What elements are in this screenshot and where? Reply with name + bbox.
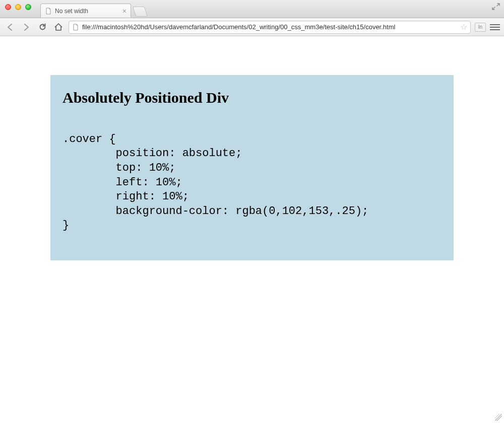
expand-icon[interactable] <box>492 3 500 10</box>
back-button[interactable] <box>4 21 16 33</box>
page-viewport: Absolutely Positioned Div .cover { posit… <box>0 36 504 423</box>
page-icon <box>72 24 79 31</box>
extension-badge[interactable]: In <box>475 23 486 32</box>
address-bar[interactable]: file:///macintosh%20hd/Users/davemcfarla… <box>69 21 471 34</box>
menu-button[interactable] <box>490 24 500 30</box>
cover-box: Absolutely Positioned Div .cover { posit… <box>50 75 454 260</box>
window-controls <box>5 4 31 10</box>
tab-title: No set width <box>55 8 88 15</box>
home-button[interactable] <box>52 21 65 33</box>
page-heading: Absolutely Positioned Div <box>62 89 442 106</box>
zoom-window-button[interactable] <box>25 4 31 10</box>
reload-button[interactable] <box>36 21 48 33</box>
page-icon <box>45 8 52 15</box>
titlebar: No set width × <box>0 0 504 18</box>
close-window-button[interactable] <box>5 4 11 10</box>
forward-button[interactable] <box>20 21 32 33</box>
bookmark-star-icon[interactable]: ☆ <box>460 22 467 32</box>
minimize-window-button[interactable] <box>15 4 21 10</box>
code-block: .cover { position: absolute; top: 10%; l… <box>62 132 442 233</box>
url-text: file:///macintosh%20hd/Users/davemcfarla… <box>82 23 457 31</box>
browser-window: No set width × file:///macintosh%20hd/Us… <box>0 0 504 423</box>
new-tab-button[interactable] <box>133 7 148 17</box>
close-tab-icon[interactable]: × <box>122 7 127 15</box>
browser-tab[interactable]: No set width × <box>40 4 131 18</box>
resize-grip[interactable] <box>495 414 502 421</box>
toolbar: file:///macintosh%20hd/Users/davemcfarla… <box>0 18 504 36</box>
